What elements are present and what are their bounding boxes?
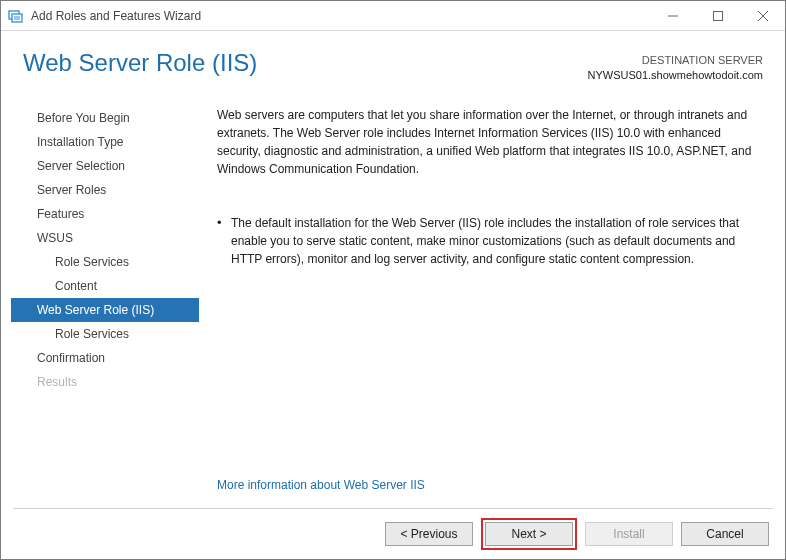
bullet-icon: • <box>217 214 231 268</box>
cancel-button[interactable]: Cancel <box>681 522 769 546</box>
destination-server: NYWSUS01.showmehowtodoit.com <box>588 68 763 83</box>
wizard-body: Before You BeginInstallation TypeServer … <box>1 90 785 508</box>
nav-item-confirmation[interactable]: Confirmation <box>11 346 199 370</box>
content-spacer <box>217 268 763 476</box>
install-button: Install <box>585 522 673 546</box>
nav-item-installation-type[interactable]: Installation Type <box>11 130 199 154</box>
nav-item-server-selection[interactable]: Server Selection <box>11 154 199 178</box>
close-button[interactable] <box>740 1 785 30</box>
minimize-button[interactable] <box>650 1 695 30</box>
window-title: Add Roles and Features Wizard <box>29 9 650 23</box>
next-button[interactable]: Next > <box>485 522 573 546</box>
nav-item-role-services[interactable]: Role Services <box>11 250 199 274</box>
wizard-header: Web Server Role (IIS) DESTINATION SERVER… <box>1 31 785 90</box>
svg-rect-1 <box>12 14 22 22</box>
destination-info: DESTINATION SERVER NYWSUS01.showmehowtod… <box>588 49 763 84</box>
nav-item-role-services[interactable]: Role Services <box>11 322 199 346</box>
nav-item-before-you-begin[interactable]: Before You Begin <box>11 106 199 130</box>
maximize-button[interactable] <box>695 1 740 30</box>
wizard-nav: Before You BeginInstallation TypeServer … <box>1 100 199 508</box>
bullet-text: The default installation for the Web Ser… <box>231 214 763 268</box>
titlebar: Add Roles and Features Wizard <box>1 1 785 31</box>
nav-item-web-server-role-iis[interactable]: Web Server Role (IIS) <box>11 298 199 322</box>
more-info-link[interactable]: More information about Web Server IIS <box>217 476 763 508</box>
window-controls <box>650 1 785 30</box>
nav-item-content[interactable]: Content <box>11 274 199 298</box>
svg-rect-5 <box>713 11 722 20</box>
page-title: Web Server Role (IIS) <box>23 49 588 77</box>
nav-item-server-roles[interactable]: Server Roles <box>11 178 199 202</box>
destination-label: DESTINATION SERVER <box>588 53 763 68</box>
next-button-highlight: Next > <box>481 518 577 550</box>
nav-item-results: Results <box>11 370 199 394</box>
wizard-content: Web servers are computers that let you s… <box>199 100 765 508</box>
nav-item-features[interactable]: Features <box>11 202 199 226</box>
bullet-item: • The default installation for the Web S… <box>217 214 763 268</box>
previous-button[interactable]: < Previous <box>385 522 473 546</box>
wizard-footer: < Previous Next > Install Cancel <box>1 509 785 559</box>
app-icon <box>1 8 29 24</box>
nav-item-wsus[interactable]: WSUS <box>11 226 199 250</box>
intro-text: Web servers are computers that let you s… <box>217 106 763 178</box>
